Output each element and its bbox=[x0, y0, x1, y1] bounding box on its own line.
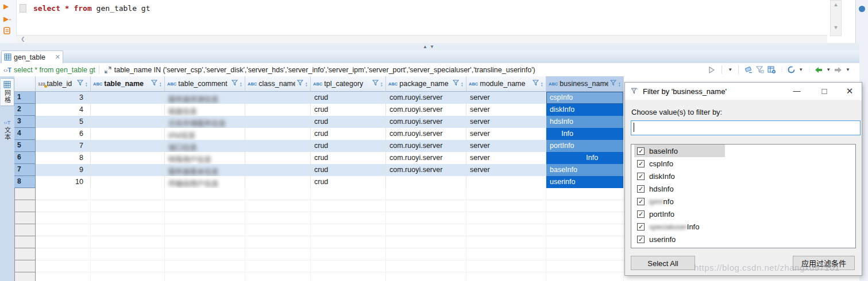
checkbox[interactable]: ✓ bbox=[637, 160, 645, 167]
column-filter-icon[interactable] bbox=[372, 80, 379, 88]
row-header[interactable]: 3 bbox=[14, 116, 36, 128]
side-tab-text[interactable]: ‹›T 文本 bbox=[1, 118, 14, 143]
column-sort-icon[interactable]: ↕ bbox=[461, 80, 464, 87]
fetch-previous-dropdown-icon[interactable]: ▼ bbox=[826, 67, 831, 72]
column-header-package_name[interactable]: ABCpackage_name↕ bbox=[386, 76, 466, 92]
cell-tpl_category[interactable]: crud bbox=[311, 176, 386, 188]
cell-business_name[interactable]: cspInfo bbox=[546, 92, 624, 104]
cell-tpl_category[interactable]: crud bbox=[311, 140, 386, 152]
column-filter-icon[interactable] bbox=[533, 80, 539, 88]
cell-table_id[interactable]: 9 bbox=[36, 164, 91, 176]
column-filter-icon[interactable] bbox=[297, 80, 303, 88]
sql-code-line[interactable]: select * from gen_table gt bbox=[33, 4, 151, 13]
cell-table_id[interactable]: 8 bbox=[36, 152, 91, 164]
row-header[interactable]: 4 bbox=[14, 128, 36, 140]
sql-editor[interactable]: ▶ ▶+ select * from gen_table gt ❮ ▲▼ bbox=[0, 0, 859, 43]
filter-value-item[interactable]: ✓cspInfo bbox=[631, 157, 855, 170]
cell-business_name[interactable]: diskInfo bbox=[546, 104, 624, 116]
side-tab-grid[interactable]: 网格 bbox=[1, 78, 14, 106]
panel-toggle-icon[interactable] bbox=[859, 6, 865, 12]
cell-table_comment[interactable]: IPM信息 bbox=[165, 128, 245, 140]
cell-module_name[interactable]: server bbox=[466, 128, 546, 140]
column-header-class_name[interactable]: ABCclass_name↕ bbox=[245, 76, 311, 92]
column-filter-icon[interactable] bbox=[610, 80, 616, 88]
cell-class_name[interactable]: ServerSpecialuser bbox=[245, 152, 311, 164]
row-header[interactable]: 8 bbox=[14, 176, 36, 188]
cell-package_name[interactable]: com.ruoyi.server bbox=[386, 104, 466, 116]
column-sort-icon[interactable]: ↕ bbox=[541, 80, 544, 87]
row-header[interactable]: 6 bbox=[14, 152, 36, 164]
editor-horizontal-scrollbar[interactable]: ❮ bbox=[16, 35, 827, 43]
cell-table_comment[interactable]: 磁盘信息 bbox=[165, 104, 245, 116]
tab-close-icon[interactable]: ✕ bbox=[55, 53, 60, 61]
filter-value-item[interactable]: ✓ipmInfo bbox=[631, 195, 855, 208]
refresh-icon[interactable] bbox=[786, 65, 796, 75]
cell-package_name[interactable]: com.ruoyi.server bbox=[386, 152, 466, 164]
cell-module_name[interactable]: server bbox=[466, 140, 546, 152]
cell-module_name[interactable]: server bbox=[466, 116, 546, 128]
cell-business_name[interactable]: specialuserInfo bbox=[546, 152, 624, 164]
column-sort-icon[interactable]: ↕ bbox=[159, 80, 163, 87]
column-header-table_id[interactable]: 123table_id↕ bbox=[36, 76, 91, 92]
cell-business_name[interactable]: ipmInfo bbox=[546, 128, 624, 140]
execute-script-icon[interactable] bbox=[3, 27, 11, 36]
cell-table_id[interactable]: 4 bbox=[36, 104, 91, 116]
cell-table_id[interactable]: 5 bbox=[36, 116, 91, 128]
cell-table_name[interactable]: server_specialuser bbox=[91, 152, 165, 164]
filter-values-list[interactable]: ✓baseInfo✓cspInfo✓diskInfo✓hdsInfo✓ipmIn… bbox=[631, 144, 856, 248]
filter-value-item[interactable]: ✓userinfo bbox=[631, 233, 855, 245]
cell-module_name[interactable]: server bbox=[466, 152, 546, 164]
cell-business_name[interactable]: hdsInfo bbox=[546, 116, 624, 128]
column-sort-icon[interactable]: ↕ bbox=[85, 80, 88, 87]
cell-table_comment[interactable]: 传输线用户信息 bbox=[165, 176, 245, 188]
grid-corner-cell[interactable] bbox=[14, 76, 36, 92]
cell-business_name[interactable]: baseInfo bbox=[546, 164, 624, 176]
checkbox[interactable]: ✓ bbox=[637, 185, 645, 193]
maximize-icon[interactable]: □ bbox=[815, 83, 834, 100]
cell-table_name[interactable]: server_disk bbox=[91, 104, 165, 116]
cell-class_name[interactable]: TranslineUserinfo bbox=[245, 176, 311, 188]
column-header-table_name[interactable]: ABCtable_name↕ bbox=[91, 76, 165, 92]
cell-class_name[interactable]: ServerPort bbox=[245, 140, 311, 152]
checkbox[interactable]: ✓ bbox=[637, 198, 645, 205]
cell-table_name[interactable]: server_csp bbox=[91, 92, 165, 104]
fetch-next-dropdown-icon[interactable]: ▼ bbox=[846, 67, 850, 72]
row-header[interactable]: 5 bbox=[14, 140, 36, 152]
tab-gen-table[interactable]: gen_table ✕ bbox=[1, 50, 63, 63]
cell-package_name[interactable]: com.ruoyi.server bbox=[386, 116, 466, 128]
row-header[interactable]: 2 bbox=[14, 104, 36, 116]
dialog-title-bar[interactable]: Filter by 'business_name' — □ ✕ bbox=[625, 83, 862, 100]
cell-business_name[interactable]: userinfo bbox=[546, 176, 624, 188]
cell-tpl_category[interactable]: crud bbox=[311, 104, 386, 116]
cell-table_comment[interactable]: 日志存储服务信息 bbox=[165, 116, 245, 128]
filter-value-item[interactable]: ✓portInfo bbox=[631, 208, 855, 220]
cell-module_name[interactable]: server bbox=[466, 104, 546, 116]
cell-table_id[interactable]: 7 bbox=[36, 140, 91, 152]
cell-table_id[interactable]: 6 bbox=[36, 128, 91, 140]
cell-table_id[interactable]: 3 bbox=[36, 92, 91, 104]
cell-module_name[interactable]: server bbox=[466, 92, 546, 104]
cell-table_comment[interactable]: 服务器基本信息 bbox=[165, 164, 245, 176]
fetch-next-icon[interactable] bbox=[833, 65, 843, 75]
cell-package_name[interactable]: com.ruoyi.server bbox=[386, 128, 466, 140]
filter-history-dropdown-icon[interactable]: ▼ bbox=[728, 67, 732, 72]
filter-value-item[interactable]: ✓diskInfo bbox=[631, 170, 855, 182]
column-sort-icon[interactable]: ↕ bbox=[618, 80, 622, 87]
cell-module_name[interactable]: server bbox=[466, 164, 546, 176]
select-all-button[interactable]: Select All bbox=[631, 256, 695, 270]
cell-package_name[interactable]: com.ruoyi.server bbox=[386, 164, 466, 176]
code-fold-marker[interactable] bbox=[20, 4, 26, 13]
apply-filter-icon[interactable] bbox=[707, 65, 717, 75]
column-sort-icon[interactable]: ↕ bbox=[305, 80, 308, 87]
column-header-tpl_category[interactable]: ABCtpl_category↕ bbox=[311, 76, 386, 92]
remove-filter-icon[interactable] bbox=[755, 65, 765, 75]
cell-class_name[interactable]: ServerHds bbox=[245, 116, 311, 128]
refresh-dropdown-icon[interactable]: ▼ bbox=[798, 67, 803, 72]
column-filter-icon[interactable] bbox=[453, 80, 459, 88]
filter-expression-input[interactable] bbox=[114, 66, 707, 74]
checkbox[interactable]: ✓ bbox=[637, 210, 645, 218]
column-header-business_name[interactable]: ABCbusiness_name↕ bbox=[546, 76, 624, 92]
execute-statement-icon[interactable]: ▶ bbox=[3, 2, 9, 10]
column-filter-icon[interactable] bbox=[151, 80, 157, 88]
column-header-table_comment[interactable]: ABCtable_comment↕ bbox=[165, 76, 245, 92]
